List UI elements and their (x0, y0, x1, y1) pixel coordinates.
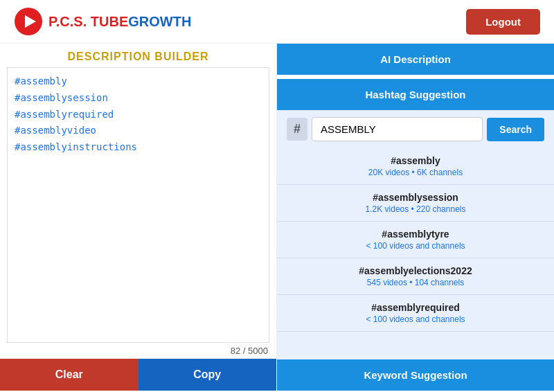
logo-growth: GROWTH (128, 14, 191, 29)
logo-tube: TUBE (91, 14, 128, 29)
hashtag-name: #assemblyelections2022 (287, 265, 544, 276)
hashtag-item[interactable]: #assembly20K videos • 6K channels (277, 148, 554, 185)
hashtag-search-area: # Search (277, 110, 554, 148)
logo-icon (14, 7, 43, 36)
right-panel: AI Description Hashtag Suggestion # Sear… (277, 44, 554, 391)
hashtag-suggestion-button[interactable]: Hashtag Suggestion (277, 79, 554, 110)
description-textarea[interactable] (7, 67, 269, 343)
logout-button[interactable]: Logout (466, 9, 540, 35)
hashtag-name: #assemblyrequired (287, 302, 544, 313)
char-count: 82 / 5000 (0, 343, 276, 359)
left-panel: DESCRIPTION BUILDER 82 / 5000 Clear Copy (0, 44, 277, 391)
hashtag-search-input[interactable] (312, 117, 483, 141)
hashtag-item[interactable]: #assemblyelections2022545 videos • 104 c… (277, 258, 554, 295)
keyword-suggestion-button[interactable]: Keyword Suggestion (277, 359, 554, 391)
hashtag-stats: < 100 videos and channels (287, 314, 544, 324)
search-button[interactable]: Search (487, 118, 544, 141)
hashtag-results: #assembly20K videos • 6K channels#assemb… (277, 148, 554, 359)
hashtag-name: #assemblytyre (287, 229, 544, 240)
hashtag-stats: 1.2K videos • 220 channels (287, 204, 544, 214)
description-title: DESCRIPTION BUILDER (0, 44, 276, 67)
hashtag-item[interactable]: #assemblyrequired< 100 videos and channe… (277, 295, 554, 332)
logo-pcs: P.C.S. (48, 14, 91, 29)
hashtag-item[interactable]: #assemblysession1.2K videos • 220 channe… (277, 185, 554, 222)
clear-button[interactable]: Clear (0, 359, 138, 391)
hashtag-stats: 20K videos • 6K channels (287, 168, 544, 177)
hashtag-name: #assembly (287, 155, 544, 166)
copy-button[interactable]: Copy (138, 359, 277, 391)
logo-text: P.C.S. TUBEGROWTH (48, 14, 191, 30)
ai-description-button[interactable]: AI Description (277, 44, 554, 75)
main-layout: DESCRIPTION BUILDER 82 / 5000 Clear Copy… (0, 44, 554, 391)
hashtag-name: #assemblysession (287, 192, 544, 203)
left-buttons: Clear Copy (0, 359, 276, 391)
logo-area: P.C.S. TUBEGROWTH (14, 7, 191, 36)
hashtag-item[interactable]: #assemblytyre< 100 videos and channels (277, 222, 554, 258)
header: P.C.S. TUBEGROWTH Logout (0, 0, 554, 44)
hash-symbol-label: # (287, 118, 307, 141)
hashtag-stats: < 100 videos and channels (287, 241, 544, 251)
hashtag-stats: 545 videos • 104 channels (287, 278, 544, 287)
